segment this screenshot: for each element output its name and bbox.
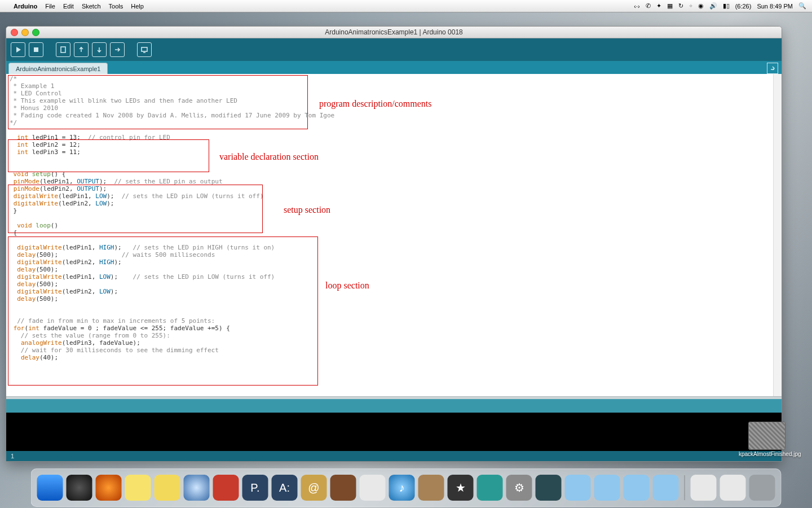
dock-preview-icon[interactable] — [418, 475, 444, 501]
menuextra-spaces-icon[interactable]: ▦ — [667, 2, 673, 10]
save-button[interactable] — [92, 42, 107, 57]
editor-scrollbar[interactable] — [773, 74, 782, 398]
code-text: (500); — [36, 251, 58, 259]
dock-app-p-icon[interactable]: P. — [242, 475, 268, 501]
serial-monitor-button[interactable] — [137, 42, 152, 57]
menu-file[interactable]: File — [45, 3, 55, 10]
code-func: digitalWrite — [17, 288, 61, 295]
code-comment: * This example will blink two LEDs and t… — [10, 97, 237, 104]
dock-safari-icon[interactable] — [184, 475, 210, 501]
spotlight-icon[interactable]: 🔍 — [798, 2, 806, 10]
code-text: (ledPin2, — [62, 288, 99, 295]
dock-stickies-icon[interactable] — [125, 475, 151, 501]
menu-help[interactable]: Help — [131, 3, 144, 10]
app-menu[interactable]: Arduino — [14, 3, 37, 10]
code-text: } — [10, 207, 17, 214]
code-const: LOW — [99, 288, 111, 295]
code-func: delay — [21, 354, 39, 361]
svg-marker-0 — [16, 47, 21, 52]
menuextra-battery-icon[interactable]: ▮▯ — [723, 2, 730, 10]
open-button[interactable] — [74, 42, 89, 57]
code-editor[interactable]: /* * Example 1 * LED Control * This exam… — [6, 74, 782, 398]
dock-imovie-icon[interactable]: ★ — [448, 475, 474, 501]
new-button[interactable] — [56, 42, 70, 57]
sketch-tab[interactable]: ArduinoAnimatronicsExample1 — [8, 63, 108, 75]
desktop-file[interactable]: kpackAlmostFinished.jpg — [739, 422, 795, 457]
code-comment: // wait for 30 milliseconds to see the d… — [10, 347, 219, 354]
code-comment: // sets the LED pin LOW (turns it off) — [114, 192, 263, 200]
code-comment: // sets the LED pin HIGH (turns it on) — [122, 244, 275, 251]
upload-button[interactable] — [110, 42, 125, 57]
code-comment: // sets the LED pin LOW (turns it off) — [118, 273, 275, 281]
run-button[interactable] — [11, 42, 25, 57]
code-text: () { — [51, 170, 66, 178]
code-keyword: int — [17, 134, 28, 141]
dock-folder3-icon[interactable] — [624, 475, 650, 501]
dock-doc1-icon[interactable] — [691, 475, 717, 501]
menu-edit[interactable]: Edit — [63, 3, 74, 10]
console[interactable] — [6, 413, 782, 451]
dock-finder-icon[interactable] — [37, 475, 63, 501]
window-close-button[interactable] — [11, 29, 18, 36]
dock-app-red-icon[interactable] — [213, 475, 239, 501]
dock-folder1-icon[interactable] — [565, 475, 591, 501]
code-keyword: int — [28, 325, 39, 332]
dock-openoffice-icon[interactable] — [360, 475, 386, 501]
dock-dashboard-icon[interactable] — [67, 475, 92, 501]
dock: P. A: @ ♪ ★ ⚙ — [31, 468, 782, 507]
code-text: (ledPin1, — [62, 273, 99, 281]
status-bar — [6, 399, 782, 413]
stop-button[interactable] — [29, 42, 43, 57]
menuextra-volume-icon[interactable]: 🔊 — [709, 2, 717, 10]
menuextra-network-icon[interactable]: ‹·› — [634, 3, 639, 10]
menuextra-clock[interactable]: Sun 8:49 PM — [757, 3, 793, 10]
annotation-label-comments: program description/comments — [319, 99, 432, 109]
code-func: delay — [17, 251, 36, 259]
code-text: (ledPin1, — [58, 192, 95, 200]
file-label: kpackAlmostFinished.jpg — [739, 451, 795, 457]
code-func: digitalWrite — [14, 192, 58, 200]
code-const: OUTPUT — [77, 185, 99, 192]
window-zoom-button[interactable] — [32, 29, 39, 36]
code-func: delay — [17, 281, 36, 288]
mac-menubar: Arduino File Edit Sketch Tools Help ‹·› … — [0, 0, 812, 12]
code-comment: * Example 1 — [10, 82, 54, 90]
menuextra-bluetooth-icon[interactable]: ⌖ — [689, 2, 692, 10]
dock-itunes-icon[interactable]: ♪ — [389, 475, 415, 501]
code-func: delay — [17, 266, 36, 273]
code-const: LOW — [95, 200, 107, 207]
window-minimize-button[interactable] — [21, 29, 29, 36]
dock-firefox-icon[interactable] — [96, 475, 122, 501]
menuextra-wifi-icon[interactable]: ◉ — [698, 2, 704, 10]
arduino-window: ArduinoAnimatronicsExample1 | Arduino 00… — [6, 26, 782, 462]
code-const: HIGH — [99, 244, 114, 251]
dock-app-dark-icon[interactable] — [536, 475, 562, 501]
dock-folder2-icon[interactable] — [594, 475, 620, 501]
dock-doc2-icon[interactable] — [720, 475, 746, 501]
dock-mail-icon[interactable]: @ — [301, 475, 327, 501]
dock-app-a-icon[interactable]: A: — [272, 475, 298, 501]
dock-app-teal-icon[interactable] — [477, 475, 503, 501]
code-keyword: for — [14, 325, 25, 332]
menuextra-timemachine-icon[interactable]: ↻ — [678, 2, 683, 10]
code-text: (40); — [39, 354, 58, 361]
code-comment: * Fading code created 1 Nov 2008 by Davi… — [10, 112, 334, 119]
menu-sketch[interactable]: Sketch — [82, 3, 101, 10]
code-text: ); — [111, 288, 118, 295]
menuextra-phone-icon[interactable]: ✆ — [646, 2, 651, 10]
dock-separator — [685, 475, 685, 500]
code-func: loop — [36, 222, 51, 229]
window-titlebar[interactable]: ArduinoAnimatronicsExample1 | Arduino 00… — [6, 27, 782, 38]
code-func: pinMode — [14, 178, 39, 185]
code-text: fadeValue = 0 ; fadeValue <= 255; fadeVa… — [39, 325, 230, 332]
tab-menu-button[interactable] — [767, 63, 778, 74]
menuextra-sync-icon[interactable]: ✦ — [656, 2, 661, 10]
menu-tools[interactable]: Tools — [109, 3, 123, 10]
dock-photobooth-icon[interactable] — [330, 475, 356, 501]
dock-trash-icon[interactable] — [749, 475, 775, 501]
dock-folder4-icon[interactable] — [653, 475, 679, 501]
code-text: ); — [114, 259, 121, 266]
code-comment: // sets the LED pin as output — [107, 178, 222, 185]
dock-sysprefs-icon[interactable]: ⚙ — [506, 475, 532, 501]
dock-stickies2-icon[interactable] — [155, 475, 180, 501]
